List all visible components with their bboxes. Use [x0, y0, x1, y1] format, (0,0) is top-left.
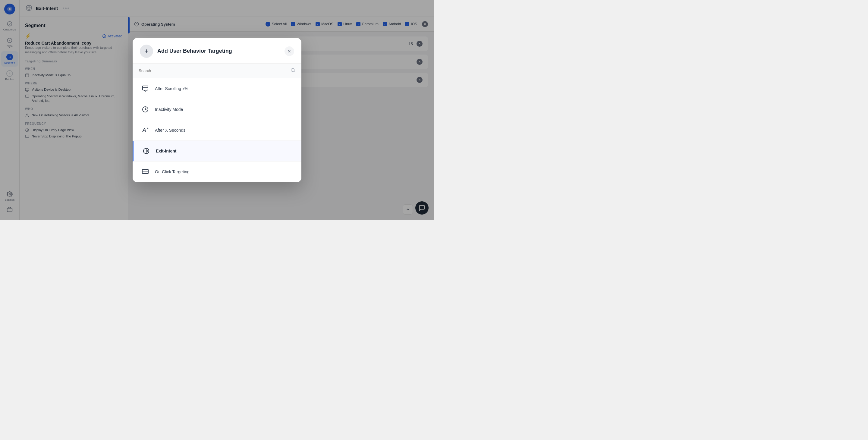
scroll-icon	[140, 83, 151, 94]
scrolling-label: After Scrolling x%	[155, 86, 188, 91]
option-exit-intent[interactable]: Exit-intent	[133, 141, 301, 161]
modal-header: + Add User Behavior Targeting	[133, 38, 301, 64]
option-scrolling[interactable]: After Scrolling x%	[133, 78, 301, 99]
search-icon	[290, 68, 296, 74]
modal-plus-icon: +	[140, 44, 153, 58]
option-onclick[interactable]: On-Click Targeting	[133, 161, 301, 182]
seconds-icon: A	[140, 125, 151, 136]
svg-text:A: A	[142, 127, 146, 133]
modal-title: Add User Behavior Targeting	[157, 48, 232, 54]
behavior-options-list: After Scrolling x% Inactivity Mode A Aft…	[133, 78, 301, 182]
onclick-icon	[140, 166, 151, 177]
seconds-label: After X Seconds	[155, 128, 185, 133]
exit-intent-label: Exit-intent	[156, 149, 176, 153]
inactivity-icon	[140, 104, 151, 115]
add-behavior-modal: + Add User Behavior Targeting After Scro…	[133, 38, 301, 182]
inactivity-option-label: Inactivity Mode	[155, 107, 183, 112]
option-seconds[interactable]: A After X Seconds	[133, 120, 301, 141]
modal-overlay: + Add User Behavior Targeting After Scro…	[0, 0, 434, 220]
exit-intent-icon	[141, 146, 152, 156]
onclick-label: On-Click Targeting	[155, 169, 190, 174]
modal-search-bar	[133, 64, 301, 78]
svg-point-32	[291, 68, 294, 72]
option-inactivity[interactable]: Inactivity Mode	[133, 99, 301, 120]
search-input[interactable]	[138, 68, 287, 73]
svg-line-33	[294, 71, 295, 72]
modal-close-button[interactable]	[284, 46, 294, 56]
